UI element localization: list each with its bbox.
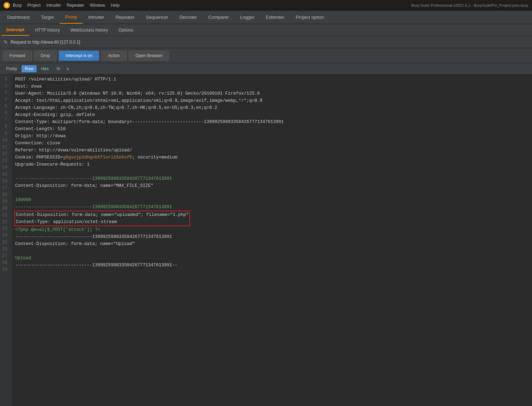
menu-repeater[interactable]: Repeater	[67, 3, 84, 8]
view-hex[interactable]: Hex	[38, 65, 52, 72]
tab-repeater[interactable]: Repeater	[110, 11, 140, 24]
menu-intruder[interactable]: Intruder	[46, 3, 61, 8]
view-nl[interactable]: \n	[54, 65, 63, 72]
menu-help[interactable]: Help	[111, 3, 120, 8]
drop-button[interactable]: Drop	[34, 51, 57, 61]
tab-comparer[interactable]: Comparer	[203, 11, 234, 24]
title-bar: B Burp Project Intruder Repeater Window …	[0, 0, 532, 11]
subtab-http-history[interactable]: HTTP history	[30, 24, 65, 36]
tab-extender[interactable]: Extender	[260, 11, 290, 24]
menu-burp[interactable]: Burp	[13, 3, 22, 8]
tab-logger[interactable]: Logger	[234, 11, 260, 24]
intercept-button[interactable]: Intercept is on	[59, 51, 99, 61]
open-browser-button[interactable]: Open Browser	[129, 51, 170, 61]
code-content[interactable]: POST /vulnerabilities/upload/ HTTP/1.1 H…	[12, 74, 532, 406]
view-raw[interactable]: Raw	[22, 65, 37, 72]
subtab-websockets-history[interactable]: WebSockets history	[65, 24, 113, 36]
request-url: Request to http://dvwa:80 [127.0.0.1]	[11, 40, 80, 45]
view-pretty[interactable]: Pretty	[3, 65, 20, 72]
menu-project[interactable]: Project	[27, 3, 40, 8]
window-title: Burp Suite Professional v2021.6.1 - Burp…	[411, 3, 528, 7]
line-numbers: 1234567891011121314151617181920212223242…	[0, 74, 12, 406]
menu-items: Burp Project Intruder Repeater Window He…	[13, 3, 120, 8]
burp-icon: B	[4, 2, 10, 9]
tab-sequencer[interactable]: Sequencer	[140, 11, 174, 24]
request-info-bar: ✎ Request to http://dvwa:80 [127.0.0.1]	[0, 36, 532, 48]
view-bar: Pretty Raw Hex \n ≡	[0, 63, 532, 74]
tab-project-option[interactable]: Project option	[290, 11, 330, 24]
sub-nav: Intercept HTTP history WebSockets histor…	[0, 24, 532, 36]
tab-decoder[interactable]: Decoder	[174, 11, 203, 24]
subtab-intercept[interactable]: Intercept	[1, 24, 29, 36]
edit-icon: ✎	[4, 39, 8, 45]
forward-button[interactable]: Forward	[3, 51, 32, 61]
view-menu-icon[interactable]: ≡	[66, 66, 69, 72]
subtab-options[interactable]: Options	[113, 24, 138, 36]
tab-proxy[interactable]: Proxy	[60, 11, 83, 24]
tab-target[interactable]: Target	[35, 11, 60, 24]
tab-intruder[interactable]: Intruder	[83, 11, 110, 24]
tab-dashboard[interactable]: Dashboard	[1, 11, 35, 24]
menu-window[interactable]: Window	[90, 3, 105, 8]
code-area: 1234567891011121314151617181920212223242…	[0, 74, 532, 406]
main-nav: Dashboard Target Proxy Intruder Repeater…	[0, 11, 532, 24]
svg-text:B: B	[5, 4, 8, 7]
action-bar: Forward Drop Intercept is on Action Open…	[0, 48, 532, 63]
action-button[interactable]: Action	[101, 51, 126, 61]
